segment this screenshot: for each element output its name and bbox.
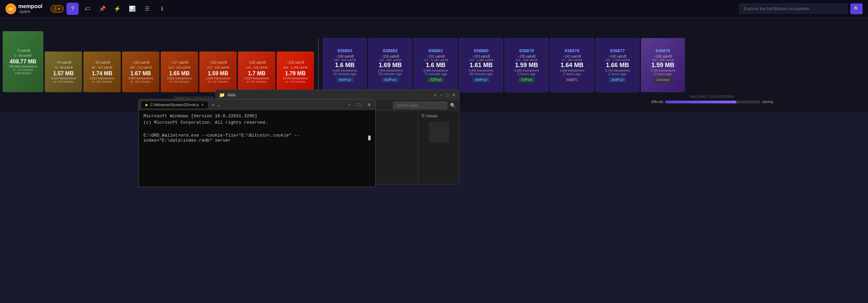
txcount-1: 3,323 transactions bbox=[51, 77, 76, 80]
cmd-controls: − □ ✕ bbox=[347, 102, 373, 107]
cmd-minimize[interactable]: − bbox=[347, 102, 352, 107]
halving-fill bbox=[665, 101, 736, 103]
conf-sat-range-1: 132 - 897 sat/vB bbox=[379, 58, 401, 62]
confirmed-block-5[interactable]: 838878 ~141 sat/vB 27 - 364 sat/vB 1.64 … bbox=[550, 38, 594, 92]
pin-nav-button[interactable]: 📌 bbox=[96, 3, 108, 15]
conf-sat-top-0: ~168 sat/vB bbox=[336, 55, 354, 58]
top-nav: m mempool .space ₿ ▾ ? 🏷 📌 ⚡ 📊 ☰ ℹ 🔍 bbox=[0, 0, 868, 18]
file-minimize[interactable]: − bbox=[440, 93, 443, 98]
confirmed-block-7[interactable]: 838876 ~166 sat/vB 133 - 668 sat/vB 1.59… bbox=[641, 38, 685, 92]
conf-pool-5: ViaBTC bbox=[564, 77, 580, 82]
sat-range-3: 100 - 114 sat/vB bbox=[130, 66, 152, 69]
logo[interactable]: m mempool .space bbox=[5, 3, 42, 14]
conf-time-7: 2 hours ago bbox=[654, 72, 672, 76]
mempool-block-6[interactable]: ~136 sat/vB 129 - 145 sat/vB 1.7 MB 2,62… bbox=[238, 52, 275, 92]
cmd-titlebar: ▶ C:\Windows\System32\cmd.e ✕ + ⌄ − □ ✕ bbox=[139, 99, 375, 110]
search-icon: 🔍 bbox=[854, 6, 860, 11]
conf-size-0: 1.6 MB bbox=[335, 62, 355, 69]
cmd-prompt[interactable]: E:\ORD_Wallet>ord.exe --cookie-file="E:\… bbox=[143, 133, 371, 143]
sat-range-1: 70 - 84 sat/vB bbox=[54, 66, 73, 69]
txcount-2: 4,013 transactions bbox=[90, 77, 115, 80]
cmd-tab-close[interactable]: ✕ bbox=[201, 103, 204, 107]
file-add-tab[interactable]: + bbox=[434, 93, 437, 98]
mempool-block-5[interactable]: ~128 sat/vB 122 - 130 sat/vB 1.59 MB 3,1… bbox=[199, 52, 237, 92]
conf-time-5: 2 hours ago bbox=[563, 72, 581, 76]
confirmed-block-6[interactable]: 838877 ~150 sat/vB 145 - 2,585 sat/vB 1.… bbox=[595, 38, 639, 92]
sat-range-4: 113 - 123 sat/vB bbox=[168, 66, 191, 69]
txcount-6: 2,629 transactions bbox=[244, 77, 269, 80]
conf-txcount-0: 3,481 transactions bbox=[332, 69, 357, 72]
file-close[interactable]: ✕ bbox=[452, 93, 456, 98]
file-titlebar: 📁 data + − □ ✕ bbox=[216, 90, 459, 100]
conf-txcount-7: 3,720 transactions bbox=[650, 69, 675, 72]
time-0: In ~74 minutes bbox=[13, 68, 33, 72]
conf-pool-4: F2Pool bbox=[518, 77, 535, 82]
txcount-4: 3,591 transactions bbox=[167, 77, 192, 80]
confirmed-block-4[interactable]: 838879 ~135 sat/vB 131 - 536 sat/vB 1.59… bbox=[505, 38, 549, 92]
search-input[interactable] bbox=[739, 4, 848, 14]
cmd-maximize[interactable]: □ bbox=[356, 102, 362, 107]
mempool-block-2[interactable]: ~93 sat/vB 84 - 101 sat/vB 1.74 MB 4,013… bbox=[83, 52, 121, 92]
halving-label: HALVING COUNTDOWN bbox=[690, 95, 734, 99]
tag-nav-button[interactable]: 🏷 bbox=[81, 3, 94, 15]
conf-size-5: 1.64 MB bbox=[560, 62, 584, 69]
list-nav-button[interactable]: ☰ bbox=[141, 3, 153, 15]
block-num-5: 838878 bbox=[565, 48, 579, 53]
confirmed-block-3[interactable]: 838880 ~153 sat/vB 133 - 1,386 sat/vB 1.… bbox=[459, 38, 503, 92]
lightning-nav-button[interactable]: ⚡ bbox=[111, 3, 123, 15]
cmd-content: Microsoft Windows [Version 10.0.22631.32… bbox=[139, 110, 375, 187]
mempool-block-0[interactable]: ~3 sat/vB 1 - 65 sat/vB 408.77 MB 180,89… bbox=[3, 31, 43, 92]
sat-range-0: 1 - 65 sat/vB bbox=[15, 54, 32, 57]
conf-pool-6: AntPool bbox=[609, 77, 626, 82]
cmd-cursor bbox=[368, 136, 371, 140]
sat-top-1: ~74 sat/vB bbox=[55, 61, 72, 64]
info-nav-button[interactable]: ℹ bbox=[156, 3, 168, 15]
file-maximize[interactable]: □ bbox=[446, 93, 449, 98]
cmd-close[interactable]: ✕ bbox=[366, 102, 373, 107]
block-num-0: 838883 bbox=[337, 48, 352, 53]
block-num-6: 838877 bbox=[610, 48, 625, 53]
file-search-icon[interactable]: 🔍 bbox=[450, 103, 456, 108]
cmd-line-1: Microsoft Windows [Version 10.0.22631.32… bbox=[143, 114, 371, 119]
cmd-dropdown[interactable]: ⌄ bbox=[217, 102, 221, 107]
confirmed-block-0[interactable]: 838883 ~168 sat/vB 148 - 844 sat/vB 1.6 … bbox=[323, 38, 367, 92]
cmd-add-tab[interactable]: + bbox=[212, 102, 215, 107]
sat-range-6: 129 - 145 sat/vB bbox=[245, 66, 268, 69]
mempool-block-3[interactable]: ~110 sat/vB 100 - 114 sat/vB 1.67 MB 3,9… bbox=[122, 52, 159, 92]
conf-txcount-3: 3,455 transactions bbox=[469, 69, 494, 72]
btc-badge[interactable]: ₿ ▾ bbox=[51, 5, 64, 13]
block-num-1: 838882 bbox=[383, 48, 397, 53]
search-area: 🔍 bbox=[739, 3, 863, 14]
conf-pool-7: Unknown bbox=[653, 77, 673, 82]
halving-section: HALVING COUNTDOWN difficulty halving bbox=[651, 95, 773, 104]
confirmed-block-2[interactable]: 838881 ~131 sat/vB 127 - 6,399 sat/vB 1.… bbox=[414, 38, 458, 92]
blocks-scroll: ~3 sat/vB 1 - 65 sat/vB 408.77 MB 180,89… bbox=[0, 31, 688, 92]
confirmed-block-1[interactable]: 838882 ~155 sat/vB 132 - 897 sat/vB 1.69… bbox=[368, 38, 412, 92]
file-search-input[interactable] bbox=[393, 102, 447, 109]
chart-nav-button[interactable]: 📊 bbox=[126, 3, 138, 15]
mempool-separator bbox=[318, 38, 319, 92]
conf-pool-1: AntPool bbox=[381, 77, 399, 82]
cmd-tab-active[interactable]: ▶ C:\Windows\System32\cmd.e ✕ bbox=[141, 101, 208, 108]
conf-sat-top-1: ~155 sat/vB bbox=[381, 55, 399, 58]
cmd-tab-icon: ▶ bbox=[145, 103, 148, 107]
conf-sat-top-3: ~153 sat/vB bbox=[472, 55, 490, 58]
size-6: 1.7 MB bbox=[248, 70, 265, 77]
mempool-block-7[interactable]: ~158 sat/vB 144 - 1,395 sat/vB 1.79 MB 2… bbox=[277, 52, 314, 92]
mempool-block-1[interactable]: ~74 sat/vB 70 - 84 sat/vB 1.57 MB 3,323 … bbox=[45, 52, 82, 92]
help-nav-button[interactable]: ? bbox=[66, 3, 79, 15]
conf-sat-range-7: 133 - 668 sat/vB bbox=[652, 58, 674, 62]
details-button[interactable]: ☰ Details bbox=[421, 114, 438, 118]
mempool-block-4[interactable]: ~117 sat/vB 113 - 123 sat/vB 1.65 MB 3,5… bbox=[161, 52, 198, 92]
search-button[interactable]: 🔍 bbox=[850, 3, 863, 14]
btc-icon: ₿ bbox=[54, 6, 57, 11]
details-label: Details bbox=[426, 114, 438, 118]
conf-sat-range-5: 27 - 364 sat/vB bbox=[562, 58, 583, 62]
conf-txcount-1: 2,591 transactions bbox=[378, 69, 403, 72]
conf-pool-3: AntPool bbox=[472, 77, 490, 82]
nav-icons: ₿ ▾ ? 🏷 📌 ⚡ 📊 ☰ ℹ bbox=[51, 3, 168, 15]
sat-top-5: ~128 sat/vB bbox=[209, 61, 227, 64]
txcount-7: 2,678 transactions bbox=[283, 77, 308, 80]
conf-sat-range-4: 131 - 536 sat/vB bbox=[515, 58, 538, 62]
difficulty-label: difficulty bbox=[651, 100, 663, 104]
